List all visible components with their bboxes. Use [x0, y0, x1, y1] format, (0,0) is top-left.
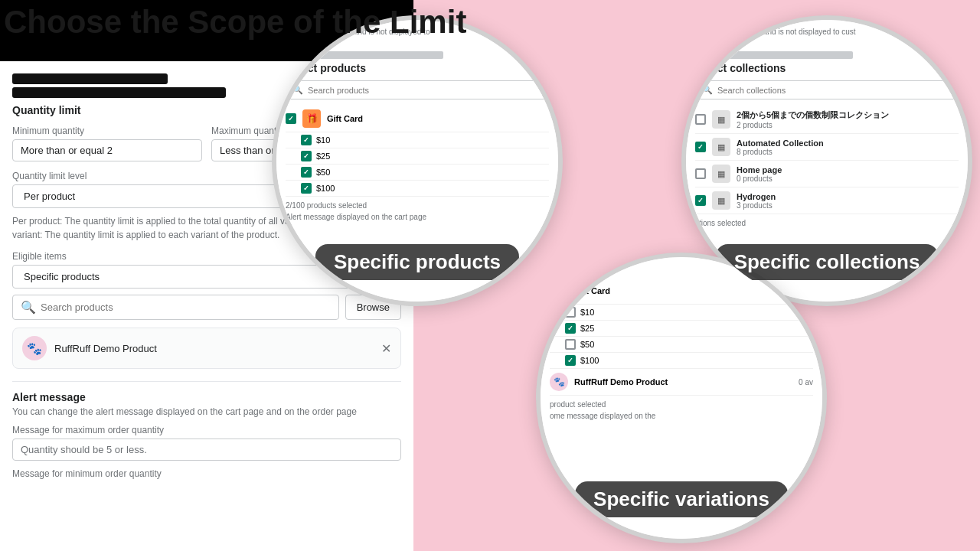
close-icon[interactable]: ✕	[381, 341, 391, 356]
variant-25-name: $25	[316, 152, 549, 161]
products-dialog-title: Select products	[286, 62, 549, 74]
variant-50[interactable]: $50	[286, 165, 549, 181]
var-v100-name: $100	[580, 356, 813, 365]
variations-ruff-item[interactable]: 🐾 RuffRuff Demo Product 0 av	[550, 369, 813, 396]
page-title: Choose the Scope of the Limit	[4, 3, 466, 41]
max-msg-label: Message for maximum order quantity	[12, 425, 401, 435]
variations-alert: ome message displayed on the	[550, 412, 813, 420]
products-search-input[interactable]	[308, 86, 542, 95]
collection-item-2[interactable]: ▦ Home page 0 products	[695, 161, 959, 187]
var-v50-name: $50	[580, 340, 813, 349]
var-v10-checkbox[interactable]	[565, 307, 576, 318]
max-msg-input[interactable]	[12, 439, 401, 461]
col-0-count: 2 products	[737, 121, 959, 129]
col-2-name: Home page	[737, 165, 959, 174]
col-2-count: 0 products	[737, 174, 959, 183]
var-v25-name: $25	[580, 324, 813, 333]
variant-100-name: $100	[316, 184, 549, 193]
product-chip-left: 🐾 RuffRuff Demo Product	[22, 336, 157, 360]
gift-card-icon: 🎁	[302, 109, 321, 128]
search-icon: 🔍	[21, 300, 36, 315]
var-v10[interactable]: $10	[550, 305, 813, 321]
variant-100-checkbox[interactable]	[301, 183, 312, 194]
gift-card-name: Gift Card	[327, 114, 549, 123]
variant-25-checkbox[interactable]	[301, 151, 312, 161]
col-2-checkbox[interactable]	[695, 168, 706, 179]
collections-label: Specific collections	[716, 244, 939, 280]
variations-ruff-icon: 🐾	[550, 373, 568, 391]
products-search[interactable]: 🔍	[286, 80, 549, 99]
col-0-name: 2個から5個までの個数制限コレクション	[737, 109, 959, 121]
variant-25[interactable]: $25	[286, 148, 549, 165]
variations-gift-card-name: Gift Card	[574, 286, 813, 295]
collections-search-input[interactable]	[717, 86, 952, 95]
variations-ruff-name: RuffRuff Demo Product	[574, 377, 792, 386]
col-1-checkbox[interactable]	[695, 142, 706, 152]
magnifier-collections: ative purposes only and is not displayed…	[681, 15, 972, 306]
col-3-icon: ▦	[712, 191, 730, 210]
variations-footer: product selected	[550, 400, 813, 409]
products-label: Specific products	[315, 244, 519, 280]
min-qty-label: Minimum quantity	[12, 126, 202, 136]
col-0-checkbox[interactable]	[695, 114, 706, 125]
col-2-icon: ▦	[712, 165, 730, 183]
product-chip-name: RuffRuff Demo Product	[54, 343, 157, 354]
magnifier-variations: n products 🎁 Gift Card $10 $25 $50 $	[536, 253, 827, 543]
collections-footer: ctions selected	[695, 219, 959, 227]
variant-10[interactable]: $10	[286, 132, 549, 148]
collections-content: ative purposes only and is not displayed…	[686, 20, 968, 235]
var-v100-checkbox[interactable]	[565, 355, 576, 366]
product-avatar: 🐾	[22, 336, 47, 360]
variant-50-name: $50	[316, 168, 549, 177]
collections-search[interactable]: 🔍	[695, 80, 959, 99]
col-1-detail: Automated Collection 8 products	[737, 139, 959, 156]
var-v50[interactable]: $50	[550, 337, 813, 353]
variant-10-checkbox[interactable]	[301, 135, 312, 145]
min-qty-input[interactable]	[12, 139, 202, 161]
col-3-count: 3 products	[737, 201, 959, 210]
variant-50-checkbox[interactable]	[301, 167, 312, 178]
min-qty-field: Minimum quantity	[12, 126, 202, 161]
col-3-detail: Hydrogen 3 products	[737, 192, 959, 210]
collection-item-1[interactable]: ▦ Automated Collection 8 products	[695, 134, 959, 161]
gift-card-checkbox[interactable]	[286, 113, 296, 124]
search-icon: 🔍	[292, 85, 303, 95]
products-content: ative purposes only and is not displayed…	[276, 20, 558, 229]
variations-ruff-avail: 0 av	[799, 378, 813, 386]
col-0-detail: 2個から5個までの個数制限コレクション 2 products	[737, 109, 959, 129]
alert-desc: You can change the alert message display…	[12, 406, 401, 417]
col-1-name: Automated Collection	[737, 139, 959, 148]
variations-label: Specific variations	[575, 481, 788, 517]
products-gift-card-item[interactable]: 🎁 Gift Card	[286, 106, 549, 132]
col-3-name: Hydrogen	[737, 192, 959, 201]
var-v100[interactable]: $100	[550, 353, 813, 369]
col-1-icon: ▦	[712, 138, 730, 156]
alert-title: Alert message	[12, 391, 401, 403]
col-2-detail: Home page 0 products	[737, 165, 959, 183]
min-msg-label: Message for minimum order quantity	[12, 468, 401, 479]
col-3-checkbox[interactable]	[695, 195, 706, 206]
col-1-count: 8 products	[737, 148, 959, 156]
variant-10-name: $10	[316, 135, 549, 145]
search-icon: 🔍	[702, 85, 713, 95]
magnifier-products: ative purposes only and is not displayed…	[272, 15, 563, 306]
var-v50-checkbox[interactable]	[565, 339, 576, 350]
var-v25-checkbox[interactable]	[565, 323, 576, 334]
collections-dialog-title: Select collections	[695, 62, 959, 74]
col-0-icon: ▦	[712, 110, 730, 129]
variations-gift-card-icon: 🎁	[550, 282, 568, 300]
variant-100[interactable]: $100	[286, 181, 549, 197]
search-input[interactable]	[41, 302, 331, 313]
variations-gift-card-item[interactable]: 🎁 Gift Card	[550, 278, 813, 305]
collection-item-0[interactable]: ▦ 2個から5個までの個数制限コレクション 2 products	[695, 106, 959, 134]
product-chip: 🐾 RuffRuff Demo Product ✕	[12, 328, 401, 369]
collections-top-bar: ative purposes only and is not displayed…	[695, 28, 959, 36]
var-v25[interactable]: $25	[550, 321, 813, 337]
collection-item-3[interactable]: ▦ Hydrogen 3 products	[695, 187, 959, 214]
products-footer: 2/100 products selected	[286, 201, 549, 210]
variations-content: n products 🎁 Gift Card $10 $25 $50 $	[541, 257, 822, 428]
alert-section: Alert message You can change the alert m…	[12, 381, 401, 479]
var-v10-name: $10	[580, 308, 813, 317]
products-alert: Alert message displayed on the cart page	[286, 213, 549, 221]
